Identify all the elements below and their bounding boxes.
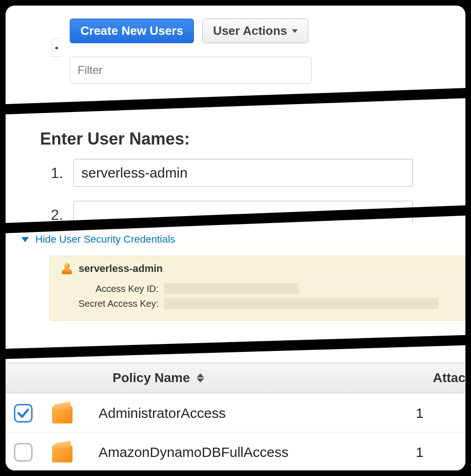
create-new-users-button[interactable]: Create New Users xyxy=(70,19,194,43)
secret-access-key-label: Secret Access Key: xyxy=(71,298,164,309)
policy-name: AmazonDynamoDBFullAccess xyxy=(99,444,288,460)
credentials-box: serverless-admin Access Key ID: Secret A… xyxy=(49,256,465,321)
sort-icon xyxy=(197,373,204,383)
policy-row[interactable]: AmazonDynamoDBFullAccess 1 xyxy=(6,433,465,470)
sidebar-collapse-toggle[interactable]: ◂ xyxy=(51,38,60,57)
policy-name: AdministratorAccess xyxy=(99,405,226,421)
filter-input[interactable] xyxy=(70,57,312,84)
policy-checkbox[interactable] xyxy=(14,404,33,423)
policy-box-icon xyxy=(52,403,73,423)
credentials-username: serverless-admin xyxy=(79,263,163,275)
user-name-input-1[interactable] xyxy=(73,159,413,187)
policy-row[interactable]: AdministratorAccess 1 xyxy=(6,394,465,432)
policy-attached-count: 1 xyxy=(416,444,424,460)
policy-table-header: Policy Name Attac xyxy=(6,363,465,393)
access-key-id-label: Access Key ID: xyxy=(71,284,164,294)
user-row-number: 1. xyxy=(47,165,63,182)
hide-credentials-label: Hide User Security Credentials xyxy=(35,233,175,245)
policy-name-column-header[interactable]: Policy Name xyxy=(113,370,204,385)
access-key-id-value-redacted xyxy=(164,283,299,294)
policy-attached-count: 1 xyxy=(416,405,424,421)
user-actions-dropdown[interactable]: User Actions xyxy=(202,19,308,43)
chevron-down-icon xyxy=(21,237,29,242)
chevron-left-icon: ◂ xyxy=(54,44,58,51)
enter-user-names-heading: Enter User Names: xyxy=(40,129,190,149)
user-icon xyxy=(62,263,72,274)
policy-box-icon xyxy=(52,442,73,463)
chevron-down-icon xyxy=(292,29,298,33)
secret-access-key-value-redacted xyxy=(164,298,438,309)
check-icon xyxy=(16,406,30,420)
policy-checkbox[interactable] xyxy=(14,443,33,462)
hide-credentials-toggle[interactable]: Hide User Security Credentials xyxy=(21,233,175,245)
attached-column-header[interactable]: Attac xyxy=(433,370,465,385)
create-new-users-label: Create New Users xyxy=(80,24,183,38)
user-actions-label: User Actions xyxy=(213,24,287,38)
